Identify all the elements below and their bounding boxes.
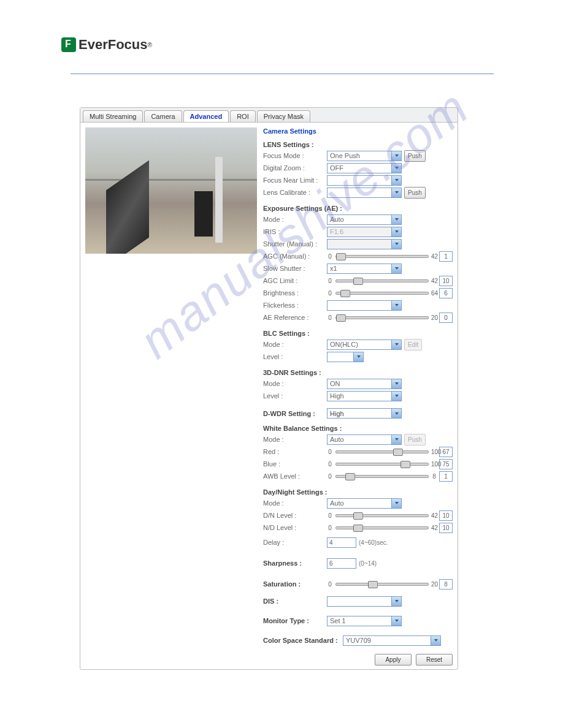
chevron-down-icon: [391, 409, 401, 418]
tab-bar: Multi Streaming Camera Advanced ROI Priv…: [80, 108, 458, 123]
ae-reference-slider[interactable]: [335, 316, 429, 319]
reset-button[interactable]: Reset: [416, 654, 453, 665]
chevron-down-icon: [391, 151, 401, 161]
iris-label: IRIS :: [263, 228, 327, 235]
apply-button[interactable]: Apply: [375, 654, 412, 665]
blc-mode-select[interactable]: ON(HLC): [327, 339, 402, 350]
awb-slider[interactable]: [335, 475, 429, 478]
agc-limit-value[interactable]: 10: [439, 276, 453, 286]
focus-mode-select[interactable]: One Push: [327, 151, 402, 161]
logo-icon: [61, 37, 76, 52]
digital-zoom-label: Digital Zoom :: [263, 164, 327, 172]
saturation-slider[interactable]: [335, 583, 429, 586]
blue-slider[interactable]: [335, 463, 429, 466]
camera-settings: Camera Settings LENS Settings : Focus Mo…: [257, 127, 453, 646]
exposure-section: Exposure Settings (AE) :: [263, 205, 453, 212]
red-value[interactable]: 67: [439, 447, 453, 457]
chevron-down-icon: [391, 392, 401, 401]
footer-buttons: Apply Reset: [80, 651, 458, 669]
focus-near-limit-label: Focus Near Limit :: [263, 176, 327, 184]
digital-zoom-select[interactable]: OFF: [327, 163, 402, 173]
monitor-type-select[interactable]: Set 1: [327, 616, 402, 626]
focus-mode-label: Focus Mode :: [263, 152, 327, 159]
ae-reference-value[interactable]: 0: [439, 313, 453, 323]
trademark-symbol: ®: [148, 42, 152, 48]
tab-multi-streaming[interactable]: Multi Streaming: [83, 110, 143, 122]
chevron-down-icon: [431, 636, 440, 645]
ae-mode-label: Mode :: [263, 216, 327, 223]
chevron-down-icon: [391, 188, 401, 197]
wb-push-button: Push: [404, 434, 426, 446]
tab-camera[interactable]: Camera: [144, 110, 182, 122]
iris-select: F1.6: [327, 227, 402, 237]
sharpness-input[interactable]: 6: [327, 558, 356, 569]
dn-level-value[interactable]: 10: [439, 510, 453, 521]
chevron-down-icon: [391, 264, 401, 273]
dn-level-label: D/N Level :: [263, 512, 327, 519]
tab-roi[interactable]: ROI: [230, 110, 256, 122]
tab-advanced[interactable]: Advanced: [183, 110, 229, 122]
agc-manual-value[interactable]: 1: [439, 251, 453, 262]
dnr-mode-label: Mode :: [263, 380, 327, 387]
wb-mode-select[interactable]: Auto: [327, 434, 402, 445]
blue-value[interactable]: 75: [439, 459, 453, 469]
delay-input[interactable]: 4: [327, 537, 356, 548]
color-space-select[interactable]: YUV709: [343, 635, 441, 646]
logo-text: EverFocus: [79, 37, 148, 53]
brightness-value[interactable]: 6: [439, 288, 453, 298]
dwdr-section: D-WDR Setting : High: [263, 408, 453, 419]
chevron-down-icon: [391, 227, 401, 237]
agc-manual-slider[interactable]: [335, 255, 429, 258]
flickerless-select[interactable]: [327, 300, 402, 311]
chevron-down-icon: [391, 379, 401, 389]
nd-level-value[interactable]: 10: [439, 523, 453, 533]
lens-calibrate-select[interactable]: [327, 188, 402, 198]
flickerless-label: Flickerless :: [263, 301, 327, 309]
lens-section: LENS Settings :: [263, 141, 453, 148]
nd-level-slider[interactable]: [335, 526, 429, 529]
sharpness-hint: (0~14): [359, 560, 377, 567]
agc-limit-slider[interactable]: [335, 279, 429, 282]
wb-mode-label: Mode :: [263, 436, 327, 443]
saturation-label: Saturation :: [263, 580, 327, 588]
agc-manual-label: AGC (Manual) :: [263, 252, 327, 260]
lens-calibrate-button[interactable]: Push: [404, 187, 426, 199]
dis-select[interactable]: [327, 596, 402, 607]
dwdr-select[interactable]: High: [327, 408, 402, 419]
ae-mode-select[interactable]: Auto: [327, 214, 402, 225]
red-slider[interactable]: [335, 450, 429, 453]
blc-level-select[interactable]: [327, 352, 364, 362]
chevron-down-icon: [391, 616, 401, 626]
brightness-slider[interactable]: [335, 292, 429, 295]
dn-mode-select[interactable]: Auto: [327, 498, 402, 509]
chevron-down-icon: [391, 435, 401, 444]
slow-shutter-select[interactable]: x1: [327, 264, 402, 274]
blc-mode-label: Mode :: [263, 341, 327, 348]
color-space-label: Color Space Standard :: [263, 637, 343, 644]
blue-label: Blue :: [263, 460, 327, 468]
delay-hint: (4~60)sec.: [359, 539, 388, 546]
wb-section: White Balance Settings :: [263, 425, 453, 432]
brightness-label: Brightness :: [263, 289, 327, 297]
settings-panel: Multi Streaming Camera Advanced ROI Priv…: [80, 107, 458, 670]
dnr-section: 3D-DNR Settings :: [263, 369, 453, 376]
dnr-mode-select[interactable]: ON: [327, 379, 402, 389]
dis-label: DIS :: [263, 597, 327, 605]
chevron-down-icon: [391, 215, 401, 224]
tab-privacy-mask[interactable]: Privacy Mask: [257, 110, 310, 122]
sharpness-label: Sharpness :: [263, 559, 327, 567]
focus-near-limit-select[interactable]: [327, 175, 402, 186]
awb-level-label: AWB Level :: [263, 472, 327, 480]
dnr-level-select[interactable]: High: [327, 391, 402, 401]
focus-push-button[interactable]: Push: [404, 150, 426, 162]
chevron-down-icon: [391, 499, 401, 508]
saturation-value[interactable]: 8: [439, 579, 453, 590]
blc-section: BLC Settings :: [263, 330, 453, 337]
shutter-label: Shutter (Manual) :: [263, 240, 327, 248]
awb-value[interactable]: 1: [439, 471, 453, 482]
dn-level-slider[interactable]: [335, 514, 429, 517]
shutter-select: [327, 239, 402, 249]
camera-settings-title: Camera Settings: [263, 127, 453, 135]
monitor-type-label: Monitor Type :: [263, 617, 327, 624]
nd-level-label: N/D Level :: [263, 524, 327, 531]
